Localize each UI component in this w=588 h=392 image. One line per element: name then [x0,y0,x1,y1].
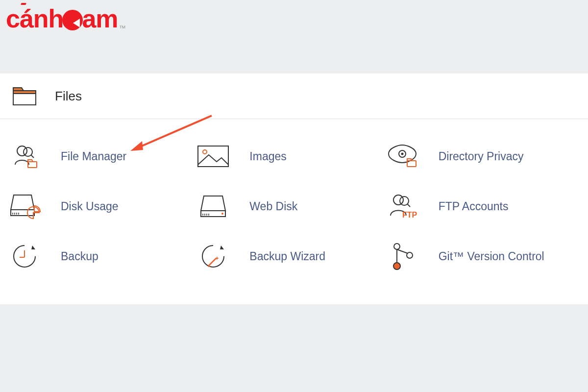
item-web-disk[interactable]: Web Disk [199,193,388,220]
item-file-manager[interactable]: File Manager [11,143,199,170]
item-backup[interactable]: Backup [11,243,199,270]
svg-point-2 [17,146,27,156]
svg-point-29 [393,263,400,270]
item-ftp-accounts[interactable]: FTP FTP Accounts [389,193,577,220]
svg-rect-11 [11,210,34,216]
disk-usage-icon [11,193,38,220]
svg-point-9 [401,153,403,155]
item-label: Images [249,150,286,163]
svg-text:FTP: FTP [402,211,417,219]
page: cánham™ Files [0,0,588,392]
svg-rect-1 [13,91,36,94]
svg-line-4 [31,155,34,158]
git-icon [389,243,416,270]
trademark: ™ [119,24,125,32]
item-label: Backup [61,250,98,263]
item-label: Directory Privacy [439,150,524,163]
directory-privacy-icon [389,143,416,170]
item-disk-usage[interactable]: Disk Usage [11,193,199,220]
images-icon [199,143,227,170]
svg-point-21 [221,213,223,215]
panel-title: Files [55,89,82,104]
file-manager-icon [11,143,38,170]
item-backup-wizard[interactable]: Backup Wizard [199,243,388,270]
svg-point-30 [394,244,400,249]
item-label: Disk Usage [61,200,119,213]
folder-icon [11,82,38,110]
item-directory-privacy[interactable]: Directory Privacy [389,143,577,170]
item-label: File Manager [61,150,126,163]
svg-point-22 [393,195,403,205]
backup-wizard-icon [199,243,227,270]
item-git-version-control[interactable]: Git™ Version Control [389,243,577,270]
svg-line-28 [208,258,216,266]
brand-logo: cánham™ [6,4,125,33]
brand-name: cánham™ [6,4,125,33]
web-disk-icon [199,193,227,220]
svg-rect-6 [198,146,228,167]
logo-e-icon [62,10,83,30]
panel-header: Files [0,74,588,119]
item-label: Git™ Version Control [439,250,544,263]
item-label: Backup Wizard [249,250,325,263]
item-images[interactable]: Images [199,143,388,170]
item-label: Web Disk [249,200,297,213]
item-label: FTP Accounts [439,200,509,213]
svg-point-7 [203,150,207,154]
ftp-accounts-icon: FTP [389,193,416,220]
backup-icon [11,243,38,270]
svg-line-24 [407,204,410,207]
files-panel: Files File Manager [0,74,588,304]
files-grid: File Manager Images [0,119,588,285]
svg-line-33 [397,249,408,253]
